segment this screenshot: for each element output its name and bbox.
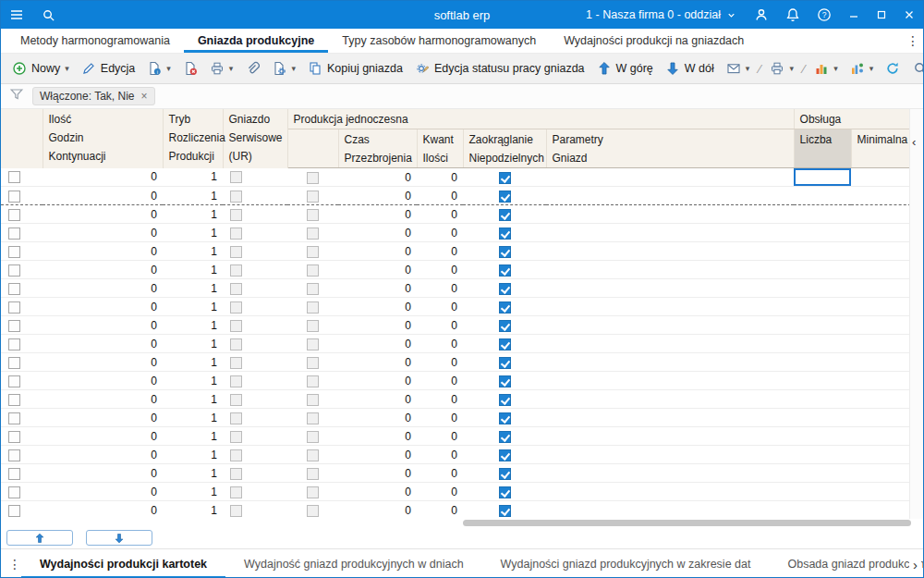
chart-button[interactable]: ▾ — [808, 57, 844, 80]
header-parametry-gniazd[interactable]: Parametry Gniazd — [546, 129, 794, 168]
zaokraglanie-checkbox[interactable] — [499, 431, 511, 443]
cell-czas-przezbrojenia[interactable]: 0 — [338, 446, 417, 464]
cell-czas-przezbrojenia[interactable]: 0 — [338, 483, 417, 501]
table-row[interactable]: 0 1 0 0 — [1, 464, 911, 483]
bottom-tab-wydajnosci-kartotek[interactable]: Wydajności produkcji kartotek — [21, 549, 225, 578]
row-select-checkbox[interactable] — [8, 338, 20, 350]
serwisowe-checkbox[interactable] — [230, 338, 242, 350]
cell-kwant-ilosci[interactable]: 0 — [417, 335, 463, 353]
global-search-button[interactable] — [32, 1, 64, 29]
cell-kwant-ilosci[interactable]: 0 — [417, 224, 463, 242]
cell-ilosc-godzin[interactable]: 0 — [43, 205, 163, 224]
zaokraglanie-checkbox[interactable] — [499, 246, 511, 258]
cell-czas-przezbrojenia[interactable]: 0 — [338, 261, 417, 279]
cell-tryb-rozliczenia[interactable]: 1 — [163, 242, 223, 261]
bottom-tabs-menu-button[interactable]: ⋮ — [8, 549, 21, 578]
cell-tryb-rozliczenia[interactable]: 1 — [163, 427, 223, 446]
table-row[interactable]: 0 1 0 0 — [1, 261, 911, 279]
cell-tryb-rozliczenia[interactable]: 1 — [163, 187, 223, 205]
cell-kwant-ilosci[interactable]: 0 — [417, 464, 463, 483]
serwisowe-checkbox[interactable] — [230, 375, 242, 387]
cell-kwant-ilosci[interactable]: 0 — [417, 372, 463, 390]
produkcja-jednoczesna-checkbox[interactable] — [307, 264, 319, 277]
cell-tryb-rozliczenia[interactable]: 1 — [163, 501, 223, 520]
header-tryb-rozliczenia-produkcji[interactable]: Tryb Rozliczenia Produkcji — [163, 109, 223, 168]
cell-minimalna[interactable] — [851, 335, 911, 353]
maximize-button[interactable] — [868, 1, 895, 29]
bottom-tab-wydajnosci-zakres-dat[interactable]: Wydajności gniazd produkcyjnych w zakres… — [482, 549, 770, 578]
cell-ilosc-godzin[interactable]: 0 — [43, 483, 163, 501]
serwisowe-checkbox[interactable] — [230, 431, 242, 443]
zaokraglanie-checkbox[interactable] — [499, 301, 511, 314]
cell-parametry-gniazd[interactable] — [546, 316, 794, 335]
cell-kwant-ilosci[interactable]: 0 — [417, 316, 463, 335]
copy-slots-button[interactable]: Kopiuj gniazda — [302, 57, 408, 80]
serwisowe-checkbox[interactable] — [230, 191, 242, 203]
table-row[interactable]: 0 1 0 0 — [1, 187, 911, 205]
zaokraglanie-checkbox[interactable] — [499, 209, 511, 221]
serwisowe-checkbox[interactable] — [230, 394, 242, 406]
table-row[interactable]: 0 1 0 0 — [1, 298, 911, 316]
cell-tryb-rozliczenia[interactable]: 1 — [163, 298, 223, 316]
cell-tryb-rozliczenia[interactable]: 1 — [163, 464, 223, 483]
help-button[interactable]: ? — [808, 1, 840, 29]
header-group-produkcja-jednoczesna[interactable]: Produkcja jednoczesna — [287, 109, 794, 129]
table-row[interactable]: 0 1 0 0 — [1, 224, 911, 242]
produkcja-jednoczesna-checkbox[interactable] — [307, 209, 319, 221]
produkcja-jednoczesna-checkbox[interactable] — [307, 301, 319, 314]
cell-tryb-rozliczenia[interactable]: 1 — [163, 372, 223, 390]
cell-parametry-gniazd[interactable] — [546, 279, 794, 298]
cell-minimalna[interactable] — [851, 298, 911, 316]
cell-kwant-ilosci[interactable]: 0 — [417, 501, 463, 520]
zaokraglanie-checkbox[interactable] — [499, 320, 511, 332]
cell-kwant-ilosci[interactable]: 0 — [417, 205, 463, 224]
notifications-button[interactable] — [777, 1, 808, 29]
company-selector[interactable]: 1 - Nasza firma 0 - oddział — [577, 1, 746, 29]
cell-parametry-gniazd[interactable] — [546, 224, 794, 242]
serwisowe-checkbox[interactable] — [230, 449, 242, 461]
row-select-checkbox[interactable] — [8, 431, 20, 443]
cell-tryb-rozliczenia[interactable]: 1 — [163, 335, 223, 353]
cell-czas-przezbrojenia[interactable]: 0 — [338, 316, 417, 335]
cell-czas-przezbrojenia[interactable]: 0 — [338, 168, 417, 187]
table-row[interactable]: 0 1 0 0 — [1, 390, 911, 409]
zaokraglanie-checkbox[interactable] — [499, 357, 511, 369]
cell-liczba[interactable] — [794, 205, 851, 224]
cell-kwant-ilosci[interactable]: 0 — [417, 427, 463, 446]
row-select-checkbox[interactable] — [8, 468, 20, 480]
cell-kwant-ilosci[interactable]: 0 — [417, 390, 463, 409]
print-options-button[interactable]: ▾ — [764, 57, 799, 80]
zaokraglanie-checkbox[interactable] — [499, 338, 511, 350]
cell-parametry-gniazd[interactable] — [546, 353, 794, 372]
table-row[interactable]: 0 1 0 0 — [1, 205, 911, 224]
produkcja-jednoczesna-checkbox[interactable] — [307, 505, 319, 517]
row-select-checkbox[interactable] — [8, 505, 20, 517]
produkcja-jednoczesna-checkbox[interactable] — [307, 412, 319, 424]
cell-parametry-gniazd[interactable] — [546, 464, 794, 483]
bottom-tab-obsada-gniazd[interactable]: Obsada gniazd produkcyjnych — [769, 549, 923, 578]
serwisowe-checkbox[interactable] — [230, 412, 242, 424]
cell-liczba[interactable] — [794, 279, 851, 298]
zaokraglanie-checkbox[interactable] — [499, 468, 511, 480]
cell-czas-przezbrojenia[interactable]: 0 — [338, 390, 417, 409]
cell-ilosc-godzin[interactable]: 0 — [43, 446, 163, 464]
row-select-checkbox[interactable] — [8, 486, 20, 498]
cell-kwant-ilosci[interactable]: 0 — [417, 446, 463, 464]
cell-liczba[interactable] — [794, 464, 851, 483]
cell-liczba[interactable] — [794, 409, 851, 427]
serwisowe-checkbox[interactable] — [230, 486, 242, 498]
row-select-checkbox[interactable] — [8, 264, 20, 277]
header-group-obsluga[interactable]: Obsługa — [794, 109, 911, 129]
header-gniazdo-serwisowe[interactable]: Gniazdo Serwisowe (UR) — [223, 109, 287, 168]
mail-button[interactable]: ▾ — [721, 57, 756, 80]
zoom-button[interactable] — [907, 57, 924, 80]
cell-ilosc-godzin[interactable]: 0 — [43, 464, 163, 483]
cell-ilosc-godzin[interactable]: 0 — [43, 224, 163, 242]
collapse-panel-chevron[interactable]: ‹ — [912, 135, 916, 149]
cell-minimalna[interactable] — [851, 446, 911, 464]
produkcja-jednoczesna-checkbox[interactable] — [307, 228, 319, 240]
serwisowe-checkbox[interactable] — [230, 301, 242, 314]
serwisowe-checkbox[interactable] — [230, 228, 242, 240]
tab-metody-harmonogramowania[interactable]: Metody harmonogramowania — [6, 29, 184, 53]
cell-liczba[interactable] — [794, 298, 851, 316]
